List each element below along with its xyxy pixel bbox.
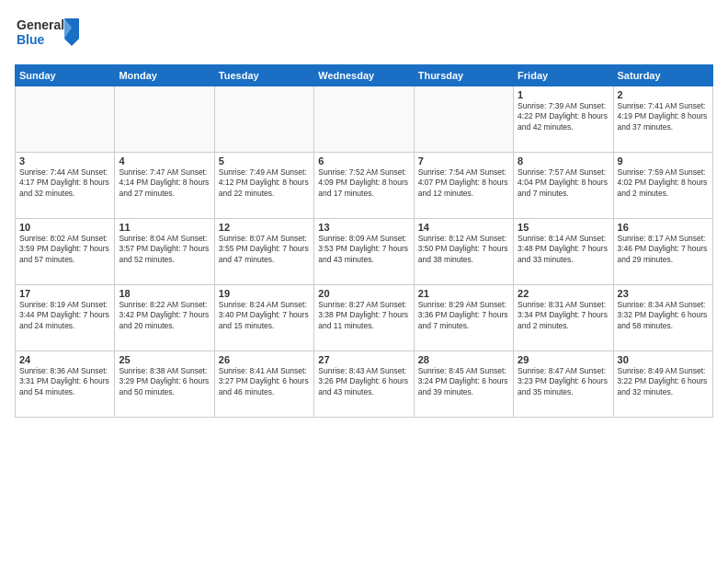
calendar-cell: 13Sunrise: 8:09 AM Sunset: 3:53 PM Dayli… [314,219,414,285]
calendar-cell: 18Sunrise: 8:22 AM Sunset: 3:42 PM Dayli… [115,285,214,351]
header: General Blue [15,11,713,57]
calendar-cell: 5Sunrise: 7:49 AM Sunset: 4:12 PM Daylig… [214,153,313,219]
calendar-cell: 20Sunrise: 8:27 AM Sunset: 3:38 PM Dayli… [314,285,414,351]
calendar-cell: 25Sunrise: 8:38 AM Sunset: 3:29 PM Dayli… [115,351,214,418]
day-number: 14 [418,222,509,233]
day-number: 2 [618,89,709,100]
calendar-header-row: SundayMondayTuesdayWednesdayThursdayFrid… [16,65,713,86]
calendar-cell: 22Sunrise: 8:31 AM Sunset: 3:34 PM Dayli… [514,285,613,351]
day-info: Sunrise: 8:45 AM Sunset: 3:24 PM Dayligh… [418,366,509,397]
calendar-cell: 4Sunrise: 7:47 AM Sunset: 4:14 PM Daylig… [115,153,214,219]
day-info: Sunrise: 8:29 AM Sunset: 3:36 PM Dayligh… [418,300,509,331]
day-number: 22 [518,288,609,299]
day-info: Sunrise: 7:57 AM Sunset: 4:04 PM Dayligh… [518,167,609,199]
day-number: 23 [618,288,709,299]
day-info: Sunrise: 7:54 AM Sunset: 4:07 PM Dayligh… [418,167,509,199]
day-number: 3 [19,155,110,167]
calendar: SundayMondayTuesdayWednesdayThursdayFrid… [15,64,713,418]
weekday-header: Friday [514,65,613,86]
day-number: 8 [518,155,609,167]
day-number: 10 [19,222,110,233]
day-info: Sunrise: 8:12 AM Sunset: 3:50 PM Dayligh… [418,234,509,265]
day-info: Sunrise: 8:31 AM Sunset: 3:34 PM Dayligh… [518,300,609,331]
calendar-cell: 19Sunrise: 8:24 AM Sunset: 3:40 PM Dayli… [214,285,313,351]
calendar-cell: 6Sunrise: 7:52 AM Sunset: 4:09 PM Daylig… [314,153,414,219]
calendar-cell: 14Sunrise: 8:12 AM Sunset: 3:50 PM Dayli… [414,219,513,285]
calendar-cell: 27Sunrise: 8:43 AM Sunset: 3:26 PM Dayli… [314,351,414,418]
calendar-cell [16,86,115,153]
day-number: 5 [219,155,310,167]
day-number: 1 [518,89,609,100]
calendar-cell: 7Sunrise: 7:54 AM Sunset: 4:07 PM Daylig… [414,153,513,219]
day-number: 17 [19,288,110,299]
day-info: Sunrise: 7:47 AM Sunset: 4:14 PM Dayligh… [119,167,210,199]
day-info: Sunrise: 7:49 AM Sunset: 4:12 PM Dayligh… [219,167,310,199]
day-number: 7 [418,155,509,167]
calendar-cell [115,86,214,153]
day-number: 30 [618,354,709,365]
day-info: Sunrise: 8:02 AM Sunset: 3:59 PM Dayligh… [19,234,110,265]
weekday-header: Sunday [16,65,115,86]
weekday-header: Monday [115,65,214,86]
day-number: 29 [518,354,609,365]
day-number: 15 [518,222,609,233]
day-info: Sunrise: 7:41 AM Sunset: 4:19 PM Dayligh… [618,101,709,132]
day-number: 27 [318,354,409,365]
calendar-week-row: 1Sunrise: 7:39 AM Sunset: 4:22 PM Daylig… [16,86,713,153]
calendar-cell: 16Sunrise: 8:17 AM Sunset: 3:46 PM Dayli… [613,219,712,285]
day-number: 24 [19,354,110,365]
day-info: Sunrise: 8:24 AM Sunset: 3:40 PM Dayligh… [219,300,310,331]
day-number: 9 [618,155,709,167]
calendar-cell: 11Sunrise: 8:04 AM Sunset: 3:57 PM Dayli… [115,219,214,285]
day-info: Sunrise: 8:14 AM Sunset: 3:48 PM Dayligh… [518,234,609,265]
calendar-week-row: 10Sunrise: 8:02 AM Sunset: 3:59 PM Dayli… [16,219,713,285]
day-number: 28 [418,354,509,365]
svg-text:General: General [17,17,64,32]
calendar-cell: 2Sunrise: 7:41 AM Sunset: 4:19 PM Daylig… [613,86,712,153]
day-info: Sunrise: 8:38 AM Sunset: 3:29 PM Dayligh… [119,366,210,397]
day-info: Sunrise: 8:22 AM Sunset: 3:42 PM Dayligh… [119,300,210,331]
calendar-cell [214,86,313,153]
calendar-week-row: 3Sunrise: 7:44 AM Sunset: 4:17 PM Daylig… [16,153,713,219]
calendar-cell: 29Sunrise: 8:47 AM Sunset: 3:23 PM Dayli… [514,351,613,418]
day-info: Sunrise: 7:52 AM Sunset: 4:09 PM Dayligh… [318,167,409,199]
calendar-cell: 8Sunrise: 7:57 AM Sunset: 4:04 PM Daylig… [514,153,613,219]
day-info: Sunrise: 8:09 AM Sunset: 3:53 PM Dayligh… [318,234,409,265]
calendar-cell: 9Sunrise: 7:59 AM Sunset: 4:02 PM Daylig… [613,153,712,219]
day-number: 18 [119,288,210,299]
calendar-cell: 3Sunrise: 7:44 AM Sunset: 4:17 PM Daylig… [16,153,115,219]
day-info: Sunrise: 8:47 AM Sunset: 3:23 PM Dayligh… [518,366,609,397]
calendar-week-row: 17Sunrise: 8:19 AM Sunset: 3:44 PM Dayli… [16,285,713,351]
calendar-cell: 10Sunrise: 8:02 AM Sunset: 3:59 PM Dayli… [16,219,115,285]
logo: General Blue [15,11,88,57]
day-info: Sunrise: 8:43 AM Sunset: 3:26 PM Dayligh… [318,366,409,397]
calendar-cell [314,86,414,153]
day-number: 21 [418,288,509,299]
weekday-header: Thursday [414,65,513,86]
calendar-cell: 17Sunrise: 8:19 AM Sunset: 3:44 PM Dayli… [16,285,115,351]
day-info: Sunrise: 8:19 AM Sunset: 3:44 PM Dayligh… [19,300,110,331]
day-info: Sunrise: 8:04 AM Sunset: 3:57 PM Dayligh… [119,234,210,265]
day-info: Sunrise: 8:41 AM Sunset: 3:27 PM Dayligh… [219,366,310,397]
day-number: 13 [318,222,409,233]
day-info: Sunrise: 8:49 AM Sunset: 3:22 PM Dayligh… [618,366,709,397]
calendar-cell: 23Sunrise: 8:34 AM Sunset: 3:32 PM Dayli… [613,285,712,351]
day-number: 6 [318,155,409,167]
calendar-cell: 1Sunrise: 7:39 AM Sunset: 4:22 PM Daylig… [514,86,613,153]
day-number: 4 [119,155,210,167]
day-info: Sunrise: 7:44 AM Sunset: 4:17 PM Dayligh… [19,167,110,199]
calendar-cell: 21Sunrise: 8:29 AM Sunset: 3:36 PM Dayli… [414,285,513,351]
day-number: 16 [618,222,709,233]
day-info: Sunrise: 7:39 AM Sunset: 4:22 PM Dayligh… [518,101,609,132]
svg-text:Blue: Blue [17,32,45,47]
logo-icon: General Blue [15,11,88,57]
calendar-cell: 24Sunrise: 8:36 AM Sunset: 3:31 PM Dayli… [16,351,115,418]
calendar-cell: 15Sunrise: 8:14 AM Sunset: 3:48 PM Dayli… [514,219,613,285]
calendar-cell: 12Sunrise: 8:07 AM Sunset: 3:55 PM Dayli… [214,219,313,285]
weekday-header: Wednesday [314,65,414,86]
page: General Blue SundayMondayTuesdayWednesda… [0,0,728,563]
calendar-cell: 26Sunrise: 8:41 AM Sunset: 3:27 PM Dayli… [214,351,313,418]
day-info: Sunrise: 8:17 AM Sunset: 3:46 PM Dayligh… [618,234,709,265]
day-info: Sunrise: 8:27 AM Sunset: 3:38 PM Dayligh… [318,300,409,331]
day-info: Sunrise: 7:59 AM Sunset: 4:02 PM Dayligh… [618,167,709,199]
